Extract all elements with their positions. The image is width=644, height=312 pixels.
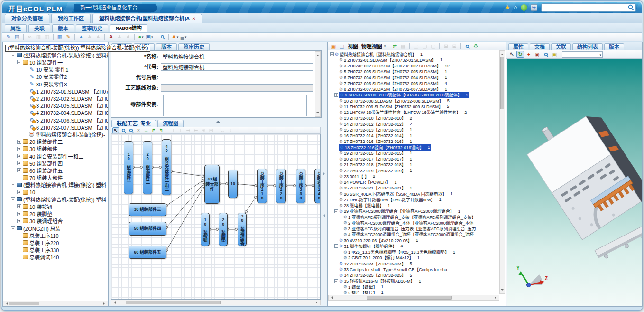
structure-tree-row[interactable]: ⚙8 ZH0732-007.SLDASM【ZH0732-007.SLDASM】1 (334, 86, 447, 92)
flow-node-n2[interactable]: 20 组装部件二 (143, 141, 152, 194)
rotate-icon[interactable]: ↻ (516, 51, 524, 58)
tree-expander-icon[interactable] (17, 219, 21, 223)
align-bottom-icon[interactable]: ⊥ (177, 127, 184, 133)
flow-node-n10[interactable]: 10 (228, 170, 238, 198)
flow-node-z330[interactable]: 总装工序330 (296, 169, 305, 203)
left-tree-row[interactable]: ⚙6 ZH0732-007.SLDASM 【ZH07 (23, 123, 108, 131)
dropdown-arrow-icon[interactable]: ▾ (177, 33, 179, 40)
rtab-versions[interactable]: 版本 (604, 43, 624, 50)
left-tree-row[interactable]: 60 组装部件五 (17, 167, 63, 174)
structure-tree-row[interactable]: ⚙23 0011【-】2 (334, 173, 375, 179)
flowtab-assembly-process[interactable]: 装配工艺_专业 (111, 120, 156, 127)
select-cursor-icon[interactable]: ↖ (112, 127, 119, 133)
curve-left-icon[interactable]: ↰ (158, 127, 165, 133)
left-tree-row[interactable]: ✎20 安装零件2 (23, 73, 67, 80)
part-instance-field[interactable] (163, 95, 307, 116)
rtab-documents[interactable]: 文档 (530, 43, 550, 50)
align-left-icon[interactable]: ⊣ (185, 127, 192, 133)
remove-node-icon[interactable]: ⊟ (451, 43, 458, 50)
level-icon[interactable]: ▢ (429, 43, 437, 50)
collapse-all-icon[interactable]: ▢ (421, 43, 428, 50)
structure-tree-row[interactable]: ⚙3 ZH0732-002.SLDASM【ZH0732-002.SLDASM】1… (334, 63, 450, 69)
left-tree-row[interactable]: ✎10 安装 零件1 (23, 66, 68, 73)
splitter-arrow-icon[interactable] (322, 214, 325, 217)
tree-expander-icon[interactable] (17, 140, 21, 144)
assign-team-icon[interactable]: ♟ (94, 33, 102, 40)
structure-tree-row[interactable]: ⚙26 SSR_40DA 固态继电器【SSR_40DA 固态继电器】1 (334, 191, 453, 197)
compare-icon[interactable]: ⇄ (391, 43, 398, 50)
scroll-left-icon[interactable] (330, 296, 333, 299)
name-field[interactable] (161, 53, 313, 60)
structure-tree-row[interactable]: ⚙33 Circlips for shaft--Type A small GB【… (334, 266, 447, 272)
link-icon[interactable]: ∞ (26, 33, 34, 40)
mtab-versions[interactable]: 版本 (156, 43, 177, 50)
flowchart-canvas[interactable]: 10 组装部件一20 组装部件二40 组合安装部件一和二70 组装大部件10总装… (111, 134, 321, 300)
arrow-right-icon[interactable]: → (143, 127, 149, 133)
structure-horizontal-scrollbar[interactable] (328, 295, 499, 301)
new-view-icon[interactable]: ▢ (338, 43, 346, 50)
structure-tree-row[interactable]: ⚙27 DHC数字计数器new【DHC数字计数器new】1 (334, 197, 442, 202)
code-field[interactable] (161, 63, 313, 71)
scroll-right-icon[interactable] (316, 301, 319, 304)
structure-tree-row[interactable]: ⚙25 ZH0732-021【ZH0732-021】1 (334, 185, 412, 191)
left-tree-row[interactable]: (ZONGZH) 总装 (11, 225, 61, 232)
assign-user-icon[interactable]: ♟ (86, 33, 93, 40)
tab-document[interactable]: 塑料热熔接铆合机[塑料热熔接铆合机]A× (92, 14, 202, 23)
structure-tree-row[interactable]: ⚙21 ZH0732-018【ZH0732-018】1 (334, 162, 412, 168)
align-top-icon[interactable]: ⊤ (170, 127, 176, 133)
new-part-icon[interactable]: ▲ (77, 33, 85, 40)
tree-expander-icon[interactable] (11, 53, 15, 57)
tree-expander-icon[interactable] (334, 279, 338, 283)
measure-icon[interactable]: ◉ (534, 51, 541, 58)
structure-tree-row[interactable]: ⚙35 轻按钮AB16-M【轻按钮AB16-M】1 (334, 278, 421, 284)
scroll-right-icon[interactable] (495, 296, 497, 299)
left-tree-row[interactable]: 总装工序330 (17, 246, 59, 254)
publish-icon[interactable]: ●▾ (137, 33, 145, 40)
home-icon[interactable]: ⌂ (514, 4, 517, 11)
view-folder-icon[interactable]: ▣ (330, 43, 337, 50)
delete-icon[interactable]: × (135, 127, 142, 133)
search-input[interactable] (543, 4, 626, 11)
rtab-attributes[interactable]: 属性 (508, 43, 528, 50)
flow-node-z220[interactable]: 总装工序220 (276, 169, 286, 203)
structure-tree-row[interactable]: ⚙12 LHFCW-16带法兰线性衬套【LHFCW-16带法兰线性衬套】2 (334, 110, 467, 115)
refresh-icon[interactable]: ♻ (472, 43, 479, 50)
left-tree-row[interactable]: (塑料热熔接铆合机-装配(徐挖)) 塑料热 (11, 51, 108, 58)
structure-tree-row[interactable]: ⚙18 ZH0732-016镜向【ZH0732-016镜向】1 (334, 144, 431, 150)
tree-expander-icon[interactable] (11, 183, 15, 187)
structure-tree-row[interactable]: ⚙3 亚德客AFC系列调理组合_压力表【亚德客AFC系列调理组合_压力 (339, 226, 476, 232)
form-vertical-scrollbar[interactable] (315, 51, 321, 117)
flow-node-z110[interactable]: 总装工序110 (257, 169, 267, 203)
edit-table-icon[interactable]: ✎ (64, 33, 72, 40)
paste-structure-icon[interactable]: ▥ (43, 33, 51, 40)
dropdown-arrow-icon[interactable]: ▾ (142, 33, 144, 40)
flow-node-h60[interactable]: 60 组装部件五 (129, 246, 166, 259)
left-tree-row[interactable]: ⚙4 ZH0732-004.SLDASM 【ZH07 (23, 109, 108, 116)
flowtab-flow-diagram[interactable]: 流程图 (157, 120, 184, 127)
tree-expander-icon[interactable] (17, 161, 21, 165)
scroll-left-icon[interactable] (5, 302, 8, 305)
left-tree-row[interactable]: 塑料热熔接铆合机-装配(徐挖)- (23, 131, 105, 138)
left-tree-row[interactable]: ✎30 安装零件3 (23, 80, 67, 87)
left-tree-row[interactable]: 10 组装部件一 (17, 58, 63, 66)
structure-tree-row[interactable]: ⚙22 ZH0732-019【ZH0732-019】1 (334, 168, 412, 173)
flow-node-b30[interactable]: 30 装调理组合 (238, 213, 247, 246)
flow-node-b10[interactable]: 10 装按钮 (201, 213, 210, 246)
tree-expander-icon[interactable] (11, 226, 15, 230)
middle-splitter[interactable] (322, 134, 327, 305)
structure-tree-row[interactable]: ⚙34 ZH0732-025【ZH0732-025】5 (334, 273, 412, 278)
left-tree-row[interactable]: 10 (17, 189, 35, 196)
left-tree-row[interactable]: 70 组装大部件 (17, 174, 63, 181)
tree-expander-icon[interactable] (17, 147, 21, 151)
left-tree-row[interactable]: ⚙3 ZH0732-005.SLDASM 【ZH07 (23, 102, 108, 109)
structure-tree-row[interactable]: ⚙30 4V210 220-06【4V210 220-06】1 (334, 237, 418, 243)
subtab-approval-history[interactable]: 签审历史 (76, 24, 108, 32)
fit-height-icon[interactable]: ↕ (227, 127, 234, 133)
left-tree-row[interactable]: ⚙5 ZH0732-006.SLDASM 【ZH07 (23, 116, 108, 123)
tab-my-workspace[interactable]: 我的工作区 (51, 14, 91, 23)
info-icon[interactable]: i (521, 4, 527, 11)
group-icon[interactable]: ⊟ (208, 127, 214, 133)
left-tree-row[interactable]: ⚙2 ZH0732-002.SLDASM 【ZH07 (23, 95, 108, 102)
view-dropdown-icon[interactable]: ▾ (384, 44, 386, 48)
dropdown-arrow-icon[interactable]: ▾ (151, 33, 153, 40)
